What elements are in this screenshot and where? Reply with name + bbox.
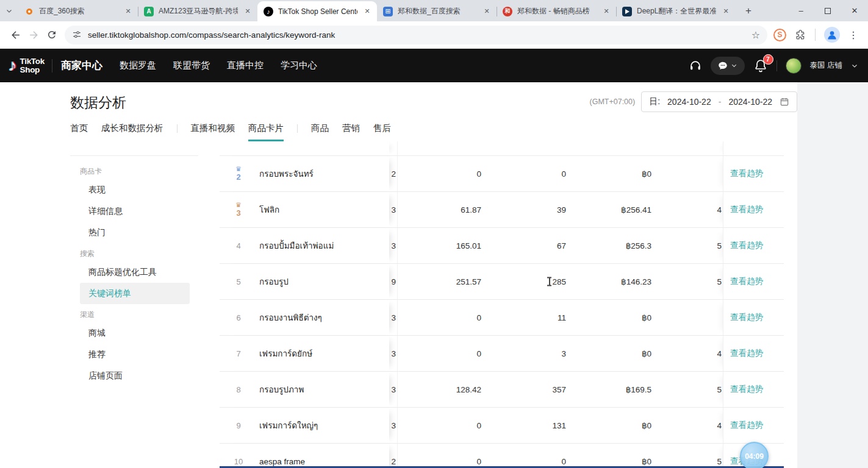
metric-col-1: 0 bbox=[398, 336, 488, 371]
tab-直播和视频[interactable]: 直播和视频 bbox=[191, 122, 235, 140]
clipped-col-right: 5 bbox=[659, 444, 723, 468]
view-trend-link[interactable]: 查看趋势 bbox=[730, 276, 763, 287]
chevron-down-icon[interactable] bbox=[851, 62, 858, 69]
tab-close-icon[interactable]: ✕ bbox=[721, 7, 731, 15]
tab-商品卡片[interactable]: 商品卡片 bbox=[248, 122, 284, 141]
header-nav-item[interactable]: 学习中心 bbox=[281, 60, 317, 71]
table-row: 6กรอบงานพิธีต่างๆ3011฿0查看趋势 bbox=[220, 300, 784, 336]
tiktok-shop-logo[interactable]: ♪ TikTok Shop bbox=[9, 56, 45, 75]
back-button[interactable] bbox=[6, 26, 24, 44]
metric-col-1: 165.01 bbox=[398, 228, 488, 263]
clipped-col-right bbox=[659, 300, 723, 335]
header-nav-item[interactable]: 联盟带货 bbox=[173, 60, 210, 71]
sidebar-item-推荐[interactable]: 推荐 bbox=[70, 344, 198, 365]
sidebar-item-商品标题优化工具[interactable]: 商品标题优化工具 bbox=[70, 261, 198, 283]
view-trend-link[interactable]: 查看趋势 bbox=[730, 204, 763, 215]
clipped-col-right bbox=[659, 141, 723, 155]
header-nav-item[interactable]: 商家中心 bbox=[61, 58, 102, 73]
forward-button[interactable] bbox=[24, 26, 43, 44]
messages-button[interactable] bbox=[711, 57, 745, 75]
chevron-down-icon bbox=[731, 62, 737, 69]
table-row: 5กรอบรูป9251.57285฿146.235查看趋势 bbox=[220, 264, 784, 300]
shop-avatar[interactable] bbox=[786, 58, 802, 74]
maximize-button[interactable] bbox=[814, 0, 841, 21]
clipped-col-right: 5 bbox=[659, 228, 723, 263]
row-fixed-left: 5กรอบรูป bbox=[220, 264, 389, 299]
header-divider bbox=[52, 59, 52, 73]
rank-number: 8 bbox=[236, 385, 240, 394]
minimize-button[interactable]: – bbox=[787, 0, 814, 21]
date-granularity-label: 日: bbox=[649, 96, 660, 107]
browser-tabs: 百度_360搜索✕AAMZ123亚马逊导航-跨境✕♪TikTok Shop Se… bbox=[18, 0, 736, 21]
rank-cell: 10 bbox=[220, 444, 257, 468]
tab-首页[interactable]: 首页 bbox=[70, 122, 88, 140]
date-range-picker[interactable]: 日: 2024-10-22 - 2024-10-22 bbox=[641, 91, 797, 112]
header-nav-item[interactable]: 数据罗盘 bbox=[120, 60, 156, 71]
date-start[interactable]: 2024-10-22 bbox=[667, 97, 711, 107]
sidebar-item-详细信息[interactable]: 详细信息 bbox=[70, 200, 198, 222]
tab-divider bbox=[297, 124, 298, 133]
rank-number: 10 bbox=[234, 457, 243, 466]
browser-tab-zhr[interactable]: 和郑和数据 - 畅销商品榜✕ bbox=[497, 1, 616, 21]
tab-售后[interactable]: 售后 bbox=[373, 122, 391, 140]
forward-arrow-icon bbox=[28, 29, 40, 41]
clipped-col-left: 2 bbox=[389, 444, 398, 468]
sidebar-item-关键词榜单[interactable]: 关键词榜单 bbox=[80, 283, 190, 304]
keyword-cell: กรอบงานพิธีต่างๆ bbox=[257, 300, 389, 335]
tab-close-icon[interactable]: ✕ bbox=[482, 7, 492, 15]
calendar-icon[interactable] bbox=[780, 97, 789, 107]
date-end[interactable]: 2024-10-22 bbox=[728, 97, 772, 107]
tab-营销[interactable]: 营销 bbox=[342, 122, 360, 140]
sidebar-item-店铺页面[interactable]: 店铺页面 bbox=[70, 365, 198, 386]
compass-page: 数据分析 (GMT+07:00) 日: 2024-10-22 - 2024-10… bbox=[0, 82, 868, 468]
browser-tab-amz[interactable]: AAMZ123亚马逊导航-跨境✕ bbox=[138, 1, 257, 21]
browser-tab-deepl[interactable]: DeepL翻译：全世界最准✕ bbox=[616, 1, 736, 21]
browser-toolbar: seller.tiktokglobalshop.com/compass/sear… bbox=[0, 21, 868, 49]
profile-avatar[interactable] bbox=[824, 27, 840, 43]
view-trend-link[interactable]: 查看趋势 bbox=[730, 168, 763, 179]
tab-成长和数据分析[interactable]: 成长和数据分析 bbox=[101, 122, 163, 140]
amz-favicon: A bbox=[144, 7, 154, 16]
tab-close-icon[interactable]: ✕ bbox=[123, 7, 133, 15]
site-info-icon[interactable] bbox=[72, 30, 82, 40]
browser-tab-tiktok[interactable]: ♪TikTok Shop Seller Cente✕ bbox=[257, 1, 377, 21]
browser-tab-zhb[interactable]: ⊞郑和数据_百度搜索✕ bbox=[377, 1, 497, 21]
view-trend-link[interactable]: 查看趋势 bbox=[730, 420, 763, 431]
view-trend-link[interactable]: 查看趋势 bbox=[730, 348, 763, 359]
sidebar-item-表现[interactable]: 表现 bbox=[70, 179, 198, 200]
tab-close-icon[interactable]: ✕ bbox=[601, 7, 611, 15]
metric-col-1: 0 bbox=[398, 444, 488, 468]
metric-col-1 bbox=[398, 141, 488, 155]
shop-name[interactable]: 泰国 店铺 bbox=[810, 60, 842, 71]
view-trend-link[interactable]: 查看趋势 bbox=[730, 240, 763, 251]
close-button[interactable]: ✕ bbox=[841, 0, 868, 21]
tab-search-button[interactable] bbox=[0, 0, 18, 21]
browser-menu-button[interactable]: ⋮ bbox=[848, 29, 858, 41]
view-trend-link[interactable]: 查看趋势 bbox=[730, 312, 763, 323]
tab-商品[interactable]: 商品 bbox=[311, 122, 329, 140]
content-area: 商品卡表现详细信息热门搜索商品标题优化工具关键词榜单渠道商城推荐店铺页面 ♛2ก… bbox=[0, 141, 868, 468]
sidebar-group-header: 搜索 bbox=[70, 246, 198, 261]
keyword-cell: โฟลิก bbox=[257, 192, 389, 227]
new-tab-button[interactable]: + bbox=[739, 2, 758, 20]
extensions-puzzle-icon[interactable] bbox=[795, 29, 806, 41]
clipped-col-right: 4 bbox=[659, 336, 723, 371]
tab-close-icon[interactable]: ✕ bbox=[243, 7, 253, 15]
reload-button[interactable] bbox=[43, 26, 61, 44]
url-text[interactable]: seller.tiktokglobalshop.com/compass/sear… bbox=[88, 30, 745, 40]
sidebar-item-商城[interactable]: 商城 bbox=[70, 322, 198, 344]
browser-tab-360[interactable]: 百度_360搜索✕ bbox=[18, 1, 138, 21]
address-bar[interactable]: seller.tiktokglobalshop.com/compass/sear… bbox=[65, 26, 767, 44]
seller-extension-icon[interactable]: S bbox=[773, 29, 786, 41]
tab-title: 百度_360搜索 bbox=[39, 6, 118, 16]
sidebar-item-热门[interactable]: 热门 bbox=[70, 222, 198, 243]
headset-icon[interactable] bbox=[689, 59, 702, 73]
view-trend-link[interactable]: 查看趋势 bbox=[730, 384, 763, 395]
recording-timer-bubble[interactable]: 04:09 bbox=[740, 442, 769, 468]
notifications-button[interactable]: 7 bbox=[753, 58, 768, 73]
metric-col-2: 357 bbox=[488, 372, 573, 407]
tab-close-icon[interactable]: ✕ bbox=[362, 7, 372, 15]
toolbar-divider bbox=[815, 29, 816, 41]
header-nav-item[interactable]: 直播中控 bbox=[227, 60, 264, 71]
bookmark-star-icon[interactable]: ☆ bbox=[751, 29, 760, 41]
